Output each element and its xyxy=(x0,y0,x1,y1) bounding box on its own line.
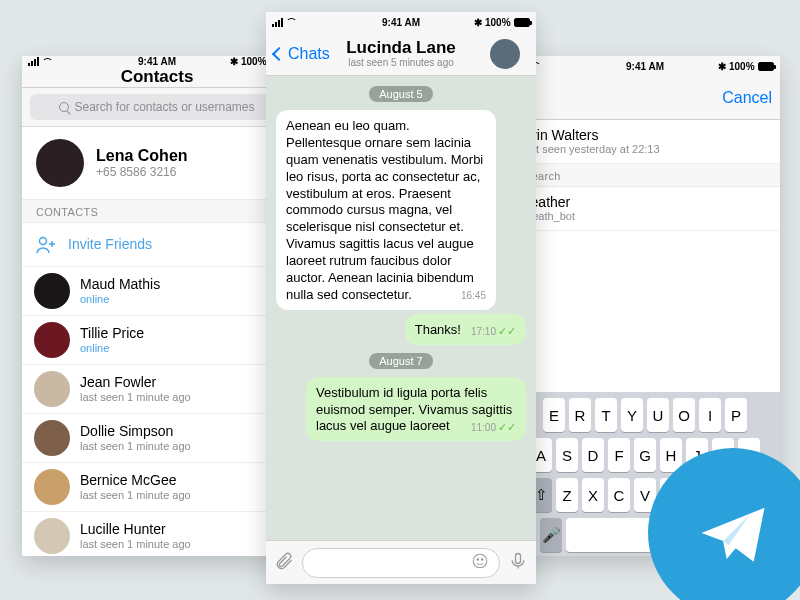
key-x[interactable]: X xyxy=(582,478,604,512)
chat-avatar-button[interactable] xyxy=(482,32,536,76)
bluetooth-icon: ✱ xyxy=(718,61,726,72)
contact-row[interactable]: Maud Mathis online xyxy=(22,267,292,316)
battery-icon xyxy=(514,18,530,27)
sticker-icon[interactable] xyxy=(471,552,489,574)
avatar xyxy=(36,139,84,187)
contact-row[interactable]: Dollie Simpson last seen 1 minute ago xyxy=(22,414,292,463)
contacts-phone: 9:41 AM ✱ 100% Contacts Search for conta… xyxy=(22,56,292,556)
status-time: 9:41 AM xyxy=(84,56,230,67)
chevron-left-icon xyxy=(272,47,286,61)
search-section-header: Search xyxy=(510,164,780,187)
cancel-button[interactable]: Cancel xyxy=(714,76,780,120)
my-name: Lena Cohen xyxy=(96,147,188,165)
status-bar: 9:41 AM ✱ 100% xyxy=(22,56,292,67)
key-g[interactable]: G xyxy=(634,438,656,472)
bluetooth-icon: ✱ xyxy=(474,17,482,28)
key-u[interactable]: U xyxy=(647,398,669,432)
chat-body[interactable]: August 5 Aenean eu leo quam. Pellentesqu… xyxy=(266,76,536,540)
status-bar: 9:41 AM ✱ 100% xyxy=(266,12,536,32)
my-phone: +65 8586 3216 xyxy=(96,165,188,179)
contact-row[interactable]: Lucille Hunter last seen 1 minute ago xyxy=(22,512,292,556)
contact-name: Bernice McGee xyxy=(80,472,191,489)
contact-name: Tillie Price xyxy=(80,325,144,342)
contact-status: last seen 1 minute ago xyxy=(80,391,191,404)
search-results-list: evin Walterslast seen yesterday at 22:13… xyxy=(510,120,780,231)
attach-icon[interactable] xyxy=(274,551,294,575)
key-d[interactable]: D xyxy=(582,438,604,472)
contact-name: Maud Mathis xyxy=(80,276,160,293)
chat-subtitle: last seen 5 minutes ago xyxy=(348,57,454,68)
status-time: 9:41 AM xyxy=(328,17,474,28)
message-outgoing[interactable]: Vestibulum id ligula porta felis euismod… xyxy=(306,377,526,442)
key-mic[interactable]: 🎤 xyxy=(540,518,562,552)
wifi-icon xyxy=(42,58,53,66)
search-navbar: Cancel xyxy=(510,76,780,120)
contact-status: online xyxy=(80,293,160,306)
key-f[interactable]: F xyxy=(608,438,630,472)
key-y[interactable]: Y xyxy=(621,398,643,432)
search-result-row[interactable]: evin Walterslast seen yesterday at 22:13 xyxy=(510,120,780,164)
my-profile-row[interactable]: Lena Cohen +65 8586 3216 xyxy=(22,127,292,200)
avatar xyxy=(490,39,520,69)
message-time: 16:45 xyxy=(461,289,486,302)
avatar xyxy=(34,518,70,554)
avatar xyxy=(34,420,70,456)
contact-status: last seen 1 minute ago xyxy=(80,538,191,551)
mic-icon[interactable] xyxy=(508,551,528,575)
result-name: evin Walters xyxy=(522,127,660,144)
message-outgoing[interactable]: Thanks! 17:10✓✓ xyxy=(405,314,526,345)
key-o[interactable]: O xyxy=(673,398,695,432)
read-ticks-icon: ✓✓ xyxy=(498,325,516,337)
key-r[interactable]: R xyxy=(569,398,591,432)
avatar xyxy=(34,371,70,407)
contact-name: Jean Fowler xyxy=(80,374,191,391)
contact-row[interactable]: Tillie Price online xyxy=(22,316,292,365)
key-t[interactable]: T xyxy=(595,398,617,432)
back-label: Chats xyxy=(288,45,330,63)
invite-icon xyxy=(34,233,58,257)
chat-input-bar xyxy=(266,540,536,584)
key-z[interactable]: Z xyxy=(556,478,578,512)
message-text: Thanks! xyxy=(415,322,461,337)
svg-rect-6 xyxy=(516,553,521,563)
contact-status: last seen 1 minute ago xyxy=(80,440,191,453)
contact-name: Lucille Hunter xyxy=(80,521,191,538)
search-result-row[interactable]: VeatherWeath_bot xyxy=(510,187,780,231)
message-input[interactable] xyxy=(302,548,500,578)
navbar-title: Contacts xyxy=(121,67,194,87)
key-e[interactable]: E xyxy=(543,398,565,432)
battery-pct: 100% xyxy=(485,17,511,28)
svg-point-3 xyxy=(473,554,487,568)
key-s[interactable]: S xyxy=(556,438,578,472)
date-separator: August 7 xyxy=(369,353,432,369)
invite-label: Invite Friends xyxy=(68,236,152,253)
read-ticks-icon: ✓✓ xyxy=(498,421,516,433)
contact-status: last seen 1 minute ago xyxy=(80,489,191,502)
chat-title: Lucinda Lane xyxy=(346,39,456,58)
contact-row[interactable]: Bernice McGee last seen 1 minute ago xyxy=(22,463,292,512)
cancel-label: Cancel xyxy=(722,89,772,107)
key-c[interactable]: C xyxy=(608,478,630,512)
contacts-search-input[interactable]: Search for contacts or usernames xyxy=(30,94,284,120)
signal-icon xyxy=(272,18,283,27)
key-p[interactable]: P xyxy=(725,398,747,432)
contact-row[interactable]: Jean Fowler last seen 1 minute ago xyxy=(22,365,292,414)
key-i[interactable]: I xyxy=(699,398,721,432)
svg-point-4 xyxy=(477,558,479,560)
message-time: 17:10 xyxy=(471,326,496,337)
contacts-list: Maud Mathis online Tillie Price online J… xyxy=(22,267,292,556)
svg-point-0 xyxy=(40,237,47,244)
result-sub: last seen yesterday at 22:13 xyxy=(522,143,660,156)
invite-friends-row[interactable]: Invite Friends xyxy=(22,223,292,267)
search-icon xyxy=(59,102,69,112)
avatar xyxy=(34,469,70,505)
contact-status: online xyxy=(80,342,144,355)
search-placeholder: Search for contacts or usernames xyxy=(74,100,254,114)
contacts-navbar: Contacts xyxy=(22,67,292,88)
back-button[interactable]: Chats xyxy=(266,32,338,76)
status-time: 9:41 AM xyxy=(572,61,718,72)
wifi-icon xyxy=(286,18,297,26)
date-separator: August 5 xyxy=(369,86,432,102)
message-incoming[interactable]: Aenean eu leo quam. Pellentesque ornare … xyxy=(276,110,496,310)
contacts-searchbar: Search for contacts or usernames xyxy=(22,88,292,127)
